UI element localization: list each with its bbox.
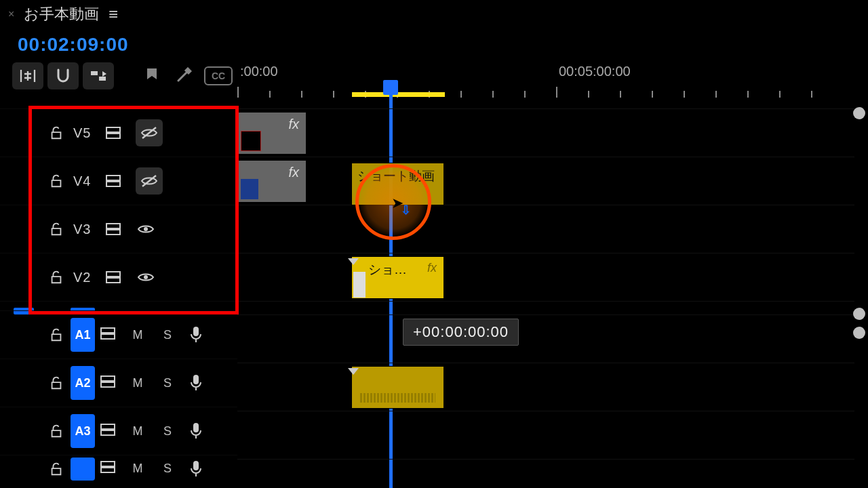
audio-waveform <box>360 393 435 403</box>
timeline-toolbar: CC <box>12 62 236 89</box>
clip-in-handle[interactable] <box>348 258 359 265</box>
fx-badge: fx <box>288 117 299 132</box>
voiceover-mic-icon[interactable] <box>190 374 202 392</box>
svg-rect-13 <box>101 334 115 339</box>
in-out-range[interactable] <box>352 92 445 97</box>
solo-button[interactable]: S <box>160 424 175 439</box>
track-header-a4[interactable]: M S <box>0 455 237 482</box>
timeline-content[interactable]: fx fx ショ… fx ショート動画 ➤ ⇩ +00:00: <box>237 108 854 488</box>
panel-menu-button[interactable]: ≡ <box>108 5 118 24</box>
lane-a2[interactable] <box>237 363 854 411</box>
source-patch-a2[interactable]: A2 <box>71 366 95 400</box>
lane-v2[interactable]: ショ… fx <box>237 253 854 301</box>
fx-badge: fx <box>288 165 299 180</box>
mute-button[interactable]: M <box>130 328 145 342</box>
sync-lock-icon[interactable] <box>100 424 115 439</box>
svg-rect-23 <box>193 461 199 470</box>
clip-thumbnail <box>241 131 261 151</box>
svg-rect-20 <box>193 423 199 432</box>
track-header-a3[interactable]: A3 M S <box>0 407 237 455</box>
svg-rect-18 <box>101 424 115 429</box>
ruler-label-5min: 00:05:00:00 <box>559 64 631 79</box>
sync-lock-icon[interactable] <box>100 461 115 476</box>
clip-title: ショ… <box>368 261 407 279</box>
voiceover-mic-icon[interactable] <box>190 422 202 440</box>
sync-lock-icon[interactable] <box>100 327 115 343</box>
captions-button[interactable]: CC <box>201 62 236 89</box>
svg-rect-14 <box>193 327 199 336</box>
svg-rect-21 <box>101 462 115 466</box>
solo-button[interactable]: S <box>160 376 175 390</box>
time-ruler[interactable]: :00:00 00:05:00:00 <box>237 65 854 98</box>
track-divider-handle[interactable] <box>853 308 865 320</box>
zoom-handle-bottom[interactable] <box>853 327 865 339</box>
clip-thumbnail <box>241 179 258 199</box>
voiceover-mic-icon[interactable] <box>190 460 202 478</box>
lock-icon[interactable] <box>49 424 64 439</box>
linked-selection-icon[interactable] <box>83 62 114 89</box>
svg-rect-22 <box>101 468 115 472</box>
mute-button[interactable]: M <box>130 462 145 476</box>
lane-v5[interactable]: fx <box>237 108 854 157</box>
clip-v5[interactable]: fx <box>237 112 307 155</box>
clip-a2[interactable] <box>351 366 444 409</box>
lane-a4[interactable] <box>237 459 854 488</box>
lock-icon[interactable] <box>49 462 64 476</box>
ripple-insert-icon[interactable] <box>12 62 43 89</box>
playhead-timecode[interactable]: 00:02:09:00 <box>18 34 129 56</box>
sync-lock-icon[interactable] <box>100 375 115 391</box>
solo-button[interactable]: S <box>160 328 175 342</box>
clip-v2[interactable]: ショ… fx <box>351 256 444 299</box>
snap-icon[interactable] <box>47 62 79 89</box>
svg-rect-15 <box>101 376 115 381</box>
zoom-handle-top[interactable] <box>853 107 865 119</box>
clip-v4[interactable]: fx <box>237 160 307 203</box>
svg-rect-12 <box>101 328 115 333</box>
marker-icon[interactable] <box>138 62 165 89</box>
source-patch-a1[interactable]: A1 <box>71 318 95 352</box>
track-header-a2[interactable]: A2 M S <box>0 359 237 407</box>
ruler-label-zero: :00:00 <box>240 64 278 79</box>
svg-rect-19 <box>101 430 115 435</box>
voiceover-mic-icon[interactable] <box>190 326 202 344</box>
mute-button[interactable]: M <box>130 424 145 439</box>
annotation-highlight <box>28 106 239 314</box>
cc-icon: CC <box>204 66 233 85</box>
source-patch-a3[interactable]: A3 <box>71 414 95 448</box>
annotation-click-circle: ➤ ⇩ <box>355 164 431 240</box>
drag-offset-tooltip: +00:00:00:00 <box>403 319 519 346</box>
mute-button[interactable]: M <box>130 376 145 390</box>
clip-in-handle[interactable] <box>348 368 359 375</box>
lane-a3[interactable] <box>237 411 854 459</box>
lock-icon[interactable] <box>49 327 64 342</box>
clip-thumbnail <box>353 272 366 298</box>
settings-icon[interactable] <box>170 62 197 89</box>
lane-v3[interactable] <box>237 205 854 253</box>
lane-a1[interactable] <box>237 314 854 363</box>
solo-button[interactable]: S <box>160 462 175 476</box>
ruler-ticks <box>237 85 854 98</box>
svg-rect-16 <box>101 382 115 387</box>
track-header-a1[interactable]: A1 M S <box>0 310 237 359</box>
source-patch-a4[interactable] <box>71 458 95 481</box>
sequence-name[interactable]: お手本動画 <box>24 4 99 24</box>
lane-v4[interactable]: fx <box>237 157 854 205</box>
close-sequence-button[interactable]: × <box>8 8 14 20</box>
fx-badge: fx <box>427 261 437 275</box>
svg-rect-17 <box>193 375 199 384</box>
lane-v1[interactable] <box>237 301 854 310</box>
toolbar-spacer <box>118 62 134 89</box>
lock-icon[interactable] <box>49 375 64 390</box>
playhead-handle[interactable] <box>383 80 398 95</box>
insert-cursor-icon: ⇩ <box>401 203 411 218</box>
